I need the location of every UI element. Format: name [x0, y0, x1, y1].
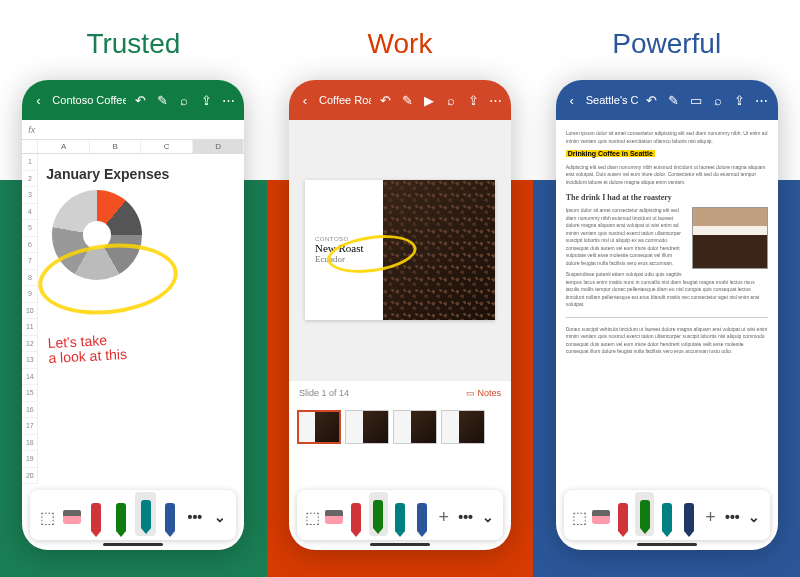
lasso-tool[interactable]: ⬚ [570, 498, 589, 536]
search-icon[interactable]: ⌕ [176, 92, 192, 108]
row-17[interactable]: 17 [22, 418, 38, 435]
document-body[interactable]: Lorem ipsum dolor sit amet consectetur a… [556, 120, 778, 458]
draw-icon[interactable]: ✎ [666, 92, 682, 108]
undo-icon[interactable]: ↶ [377, 92, 393, 108]
more-tools[interactable]: ••• [184, 498, 206, 536]
notes-button[interactable]: ▭ Notes [466, 388, 501, 398]
more-tools[interactable]: ••• [456, 498, 475, 536]
row-9[interactable]: 9 [22, 286, 38, 303]
col-d[interactable]: D [193, 140, 245, 153]
row-10[interactable]: 10 [22, 303, 38, 320]
row-1[interactable]: 1 [22, 154, 38, 171]
pen-blue[interactable] [159, 498, 181, 536]
draw-toolbar: ⬚ + ••• ⌄ [297, 490, 503, 540]
lasso-tool[interactable]: ⬚ [36, 498, 58, 536]
share-icon[interactable]: ⇪ [198, 92, 214, 108]
column-headers: A B C D [22, 140, 244, 154]
undo-icon[interactable]: ↶ [132, 92, 148, 108]
add-pen[interactable]: + [701, 498, 720, 536]
back-icon[interactable]: ‹ [297, 92, 313, 108]
pen-red[interactable] [613, 498, 632, 536]
thumb-4[interactable] [441, 410, 485, 444]
search-icon[interactable]: ⌕ [443, 92, 459, 108]
phone-excel: ‹ Contoso Coffee Expenses ↶ ✎ ⌕ ⇪ ⋯ fx A… [22, 80, 244, 550]
draw-icon[interactable]: ✎ [154, 92, 170, 108]
lasso-tool[interactable]: ⬚ [303, 498, 322, 536]
pen-green[interactable] [369, 492, 388, 536]
doc-heading: The drink I had at the roastery [566, 192, 768, 204]
doc-para: Suspendisse potenti etiam volutpat odio … [566, 271, 768, 309]
thumb-1[interactable] [297, 410, 341, 444]
collapse-toolbar[interactable]: ⌄ [745, 498, 764, 536]
undo-icon[interactable]: ↶ [644, 92, 660, 108]
slide-thumbnails [289, 404, 511, 458]
pen-teal[interactable] [135, 492, 157, 536]
back-icon[interactable]: ‹ [564, 92, 580, 108]
pen-red[interactable] [86, 498, 108, 536]
home-indicator [103, 543, 163, 546]
doc-para: Adipiscing elit sed diam nonummy nibh eu… [566, 164, 768, 187]
draw-toolbar: ⬚ + ••• ⌄ [564, 490, 770, 540]
sheet-canvas[interactable]: January Expenses Let's takea look at thi… [38, 154, 244, 484]
ppt-header: ‹ Coffee Roaster ↶ ✎ ▶ ⌕ ⇪ ⋯ [289, 80, 511, 120]
pen-teal[interactable] [657, 498, 676, 536]
thumb-3[interactable] [393, 410, 437, 444]
add-pen[interactable]: + [434, 498, 453, 536]
row-13[interactable]: 13 [22, 352, 38, 369]
pen-green[interactable] [635, 492, 654, 536]
pen-navy[interactable] [679, 498, 698, 536]
row-12[interactable]: 12 [22, 336, 38, 353]
share-icon[interactable]: ⇪ [465, 92, 481, 108]
more-tools[interactable]: ••• [723, 498, 742, 536]
row-19[interactable]: 19 [22, 451, 38, 468]
slide-counter: Slide 1 of 14 [299, 388, 349, 398]
pen-red[interactable] [347, 498, 366, 536]
row-7[interactable]: 7 [22, 253, 38, 270]
share-icon[interactable]: ⇪ [732, 92, 748, 108]
row-15[interactable]: 15 [22, 385, 38, 402]
more-icon[interactable]: ⋯ [487, 92, 503, 108]
ink-note: Let's takea look at this [48, 332, 128, 367]
home-indicator [370, 543, 430, 546]
eraser-tool[interactable] [61, 498, 83, 536]
draw-icon[interactable]: ✎ [399, 92, 415, 108]
doc-image [692, 207, 768, 269]
col-corner[interactable] [22, 140, 38, 153]
pen-teal[interactable] [391, 498, 410, 536]
pen-blue[interactable] [412, 498, 431, 536]
row-5[interactable]: 5 [22, 220, 38, 237]
row-16[interactable]: 16 [22, 402, 38, 419]
row-4[interactable]: 4 [22, 204, 38, 221]
row-20[interactable]: 20 [22, 468, 38, 485]
more-icon[interactable]: ⋯ [220, 92, 236, 108]
col-c[interactable]: C [141, 140, 193, 153]
excel-title: Contoso Coffee Expenses [52, 94, 126, 106]
row-3[interactable]: 3 [22, 187, 38, 204]
row-18[interactable]: 18 [22, 435, 38, 452]
row-11[interactable]: 11 [22, 319, 38, 336]
row-6[interactable]: 6 [22, 237, 38, 254]
eraser-tool[interactable] [592, 498, 611, 536]
row-14[interactable]: 14 [22, 369, 38, 386]
home-indicator [637, 543, 697, 546]
device-icon[interactable]: ▭ [688, 92, 704, 108]
doc-highlight: Drinking Coffee in Seattle [566, 150, 655, 157]
eraser-tool[interactable] [325, 498, 344, 536]
heading-work: Work [368, 28, 433, 60]
word-title: Seattle's Coffee Culture [586, 94, 638, 106]
search-icon[interactable]: ⌕ [710, 92, 726, 108]
collapse-toolbar[interactable]: ⌄ [209, 498, 231, 536]
row-8[interactable]: 8 [22, 270, 38, 287]
col-b[interactable]: B [90, 140, 142, 153]
thumb-2[interactable] [345, 410, 389, 444]
back-icon[interactable]: ‹ [30, 92, 46, 108]
slide-meta: Slide 1 of 14 ▭ Notes [289, 380, 511, 404]
more-icon[interactable]: ⋯ [754, 92, 770, 108]
play-icon[interactable]: ▶ [421, 92, 437, 108]
pen-green[interactable] [110, 498, 132, 536]
col-a[interactable]: A [38, 140, 90, 153]
slide-canvas[interactable]: CONTOSO New Roast Ecuador [289, 120, 511, 380]
formula-bar[interactable]: fx [22, 120, 244, 140]
row-2[interactable]: 2 [22, 171, 38, 188]
collapse-toolbar[interactable]: ⌄ [478, 498, 497, 536]
